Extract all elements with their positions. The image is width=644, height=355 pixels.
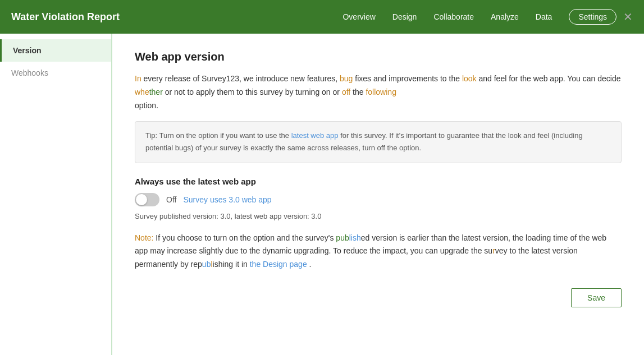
description-highlight-look: look (462, 74, 477, 83)
version-info: Survey published version: 3.0, latest we… (135, 212, 622, 220)
toggle-off-label: Off (166, 195, 176, 204)
main-nav: Overview Design Collaborate Analyze Data… (342, 9, 616, 25)
nav-design[interactable]: Design (392, 12, 417, 21)
description-text: In every release of Survey123, we introd… (135, 72, 622, 112)
tip-box: Tip: Turn on the option if you want to u… (135, 121, 622, 163)
nav-data[interactable]: Data (536, 12, 552, 21)
description-highlight-bug: bug (340, 74, 353, 83)
app-title: Water Violation Report (11, 11, 342, 23)
save-btn-row: Save (135, 288, 622, 307)
layout: Version Webhooks Web app version In ever… (0, 34, 644, 355)
crosshair-icon[interactable]: ✕ (623, 10, 633, 24)
tip-highlight-latest: latest web app (291, 131, 339, 140)
note-lished: lish (349, 233, 361, 242)
web-app-toggle[interactable] (135, 193, 159, 206)
note-suffix: . (309, 260, 312, 269)
save-button[interactable]: Save (571, 288, 622, 307)
main-content: Web app version In every release of Surv… (112, 34, 644, 355)
sidebar: Version Webhooks (0, 34, 112, 355)
design-page-link[interactable]: the Design page (250, 260, 307, 269)
nav-collaborate[interactable]: Collaborate (433, 12, 474, 21)
note-published: pub (336, 233, 349, 242)
toggle-row: Off Survey uses 3.0 web app (135, 193, 622, 206)
note-ub: ub (202, 260, 211, 269)
nav-analyze[interactable]: Analyze (491, 12, 519, 21)
sidebar-item-version[interactable]: Version (0, 39, 111, 62)
always-use-label: Always use the latest web app (135, 177, 622, 186)
nav-settings[interactable]: Settings (569, 9, 616, 25)
toggle-knob (136, 194, 147, 205)
toggle-status: Survey uses 3.0 web app (183, 195, 271, 204)
description-highlight-off: off (342, 87, 350, 96)
description-highlight-following: following (366, 87, 396, 96)
description-highlight-ther: ther (149, 87, 163, 96)
description-highlight-in: In (135, 74, 141, 83)
page-title: Web app version (135, 50, 622, 63)
description-highlight-whether: whe (135, 87, 149, 96)
sidebar-item-webhooks[interactable]: Webhooks (0, 62, 111, 84)
app-header: Water Violation Report Overview Design C… (0, 0, 644, 34)
note-text: Note: If you choose to turn on the optio… (135, 232, 622, 271)
nav-overview[interactable]: Overview (342, 12, 375, 21)
note-prefix: Note: (135, 233, 153, 242)
